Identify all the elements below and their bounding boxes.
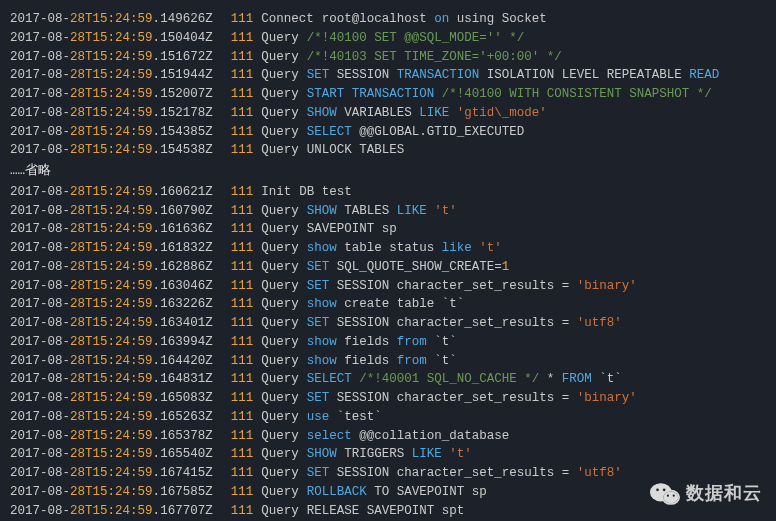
timestamp: 2017-08-28T15:24:59.165083Z xyxy=(10,389,231,408)
log-line: 2017-08-28T15:24:59.163994Z 111Queryshow… xyxy=(10,333,766,352)
query-text: SHOW TABLES LIKE 't' xyxy=(307,202,457,221)
timestamp: 2017-08-28T15:24:59.167415Z xyxy=(10,464,231,483)
command-type: Query xyxy=(261,445,299,464)
command-type: Query xyxy=(261,408,299,427)
log-line: 2017-08-28T15:24:59.165083Z 111QuerySET … xyxy=(10,389,766,408)
query-text: show table status like 't' xyxy=(307,239,502,258)
log-line: 2017-08-28T15:24:59.161636Z 111QuerySAVE… xyxy=(10,220,766,239)
thread-id: 111 xyxy=(231,220,254,239)
thread-id: 111 xyxy=(231,10,254,29)
query-text: SET SESSION TRANSACTION ISOLATION LEVEL … xyxy=(307,66,720,85)
query-text: show fields from `t` xyxy=(307,352,457,371)
thread-id: 111 xyxy=(231,333,254,352)
query-text: START TRANSACTION /*!40100 WITH CONSISTE… xyxy=(307,85,712,104)
timestamp: 2017-08-28T15:24:59.160621Z xyxy=(10,183,231,202)
thread-id: 111 xyxy=(231,104,254,123)
query-text: SET SQL_QUOTE_SHOW_CREATE=1 xyxy=(307,258,510,277)
query-text: root@localhost on using Socket xyxy=(322,10,547,29)
timestamp: 2017-08-28T15:24:59.164831Z xyxy=(10,370,231,389)
timestamp: 2017-08-28T15:24:59.161636Z xyxy=(10,220,231,239)
query-text: SET SESSION character_set_results = 'utf… xyxy=(307,464,622,483)
thread-id: 111 xyxy=(231,295,254,314)
timestamp: 2017-08-28T15:24:59.162886Z xyxy=(10,258,231,277)
query-text: use `test` xyxy=(307,408,382,427)
thread-id: 111 xyxy=(231,239,254,258)
timestamp: 2017-08-28T15:24:59.154385Z xyxy=(10,123,231,142)
command-type: Query xyxy=(261,258,299,277)
command-type: Query xyxy=(261,85,299,104)
log-line: 2017-08-28T15:24:59.163226Z 111Queryshow… xyxy=(10,295,766,314)
query-text: SET SESSION character_set_results = 'utf… xyxy=(307,314,622,333)
thread-id: 111 xyxy=(231,408,254,427)
thread-id: 111 xyxy=(231,277,254,296)
timestamp: 2017-08-28T15:24:59.150404Z xyxy=(10,29,231,48)
svg-point-4 xyxy=(656,488,659,491)
log-line: 2017-08-28T15:24:59.160790Z 111QuerySHOW… xyxy=(10,202,766,221)
svg-point-3 xyxy=(663,491,678,503)
timestamp: 2017-08-28T15:24:59.152007Z xyxy=(10,85,231,104)
log-line: 2017-08-28T15:24:59.154538Z 111QueryUNLO… xyxy=(10,141,766,160)
thread-id: 111 xyxy=(231,202,254,221)
log-line: 2017-08-28T15:24:59.152007Z 111QuerySTAR… xyxy=(10,85,766,104)
query-text: SHOW TRIGGERS LIKE 't' xyxy=(307,445,472,464)
timestamp: 2017-08-28T15:24:59.152178Z xyxy=(10,104,231,123)
command-type: Query xyxy=(261,427,299,446)
thread-id: 111 xyxy=(231,66,254,85)
timestamp: 2017-08-28T15:24:59.163994Z xyxy=(10,333,231,352)
thread-id: 111 xyxy=(231,389,254,408)
command-type: Query xyxy=(261,66,299,85)
timestamp: 2017-08-28T15:24:59.163046Z xyxy=(10,277,231,296)
timestamp: 2017-08-28T15:24:59.167707Z xyxy=(10,502,231,521)
log-line: 2017-08-28T15:24:59.160621Z 111InitDB te… xyxy=(10,183,766,202)
query-text: UNLOCK TABLES xyxy=(307,141,405,160)
thread-id: 111 xyxy=(231,502,254,521)
log-line: 2017-08-28T15:24:59.164831Z 111QuerySELE… xyxy=(10,370,766,389)
timestamp: 2017-08-28T15:24:59.149626Z xyxy=(10,10,231,29)
timestamp: 2017-08-28T15:24:59.165263Z xyxy=(10,408,231,427)
command-type: Query xyxy=(261,202,299,221)
command-type: Query xyxy=(261,295,299,314)
svg-point-5 xyxy=(663,488,666,491)
command-type: Query xyxy=(261,352,299,371)
command-type: Query xyxy=(261,220,299,239)
thread-id: 111 xyxy=(231,314,254,333)
log-line: 2017-08-28T15:24:59.163401Z 111QuerySET … xyxy=(10,314,766,333)
timestamp: 2017-08-28T15:24:59.163401Z xyxy=(10,314,231,333)
command-type: Query xyxy=(261,123,299,142)
thread-id: 111 xyxy=(231,483,254,502)
svg-point-7 xyxy=(673,494,675,496)
thread-id: 111 xyxy=(231,48,254,67)
svg-point-6 xyxy=(667,494,669,496)
thread-id: 111 xyxy=(231,427,254,446)
command-type: Query xyxy=(261,239,299,258)
log-line: 2017-08-28T15:24:59.163046Z 111QuerySET … xyxy=(10,277,766,296)
timestamp: 2017-08-28T15:24:59.151672Z xyxy=(10,48,231,67)
query-text: SET SESSION character_set_results = 'bin… xyxy=(307,389,637,408)
log-line: 2017-08-28T15:24:59.165540Z 111QuerySHOW… xyxy=(10,445,766,464)
thread-id: 111 xyxy=(231,464,254,483)
thread-id: 111 xyxy=(231,123,254,142)
log-line: 2017-08-28T15:24:59.164420Z 111Queryshow… xyxy=(10,352,766,371)
command-type: Query xyxy=(261,29,299,48)
query-text: SELECT @@GLOBAL.GTID_EXECUTED xyxy=(307,123,525,142)
query-text: /*!40103 SET TIME_ZONE='+00:00' */ xyxy=(307,48,562,67)
command-type: Query xyxy=(261,333,299,352)
query-text: RELEASE SAVEPOINT spt xyxy=(307,502,465,521)
log-lines: 2017-08-28T15:24:59.149626Z 111Connectro… xyxy=(10,10,766,520)
query-text: show create table `t` xyxy=(307,295,465,314)
timestamp: 2017-08-28T15:24:59.165378Z xyxy=(10,427,231,446)
command-type: Query xyxy=(261,483,299,502)
command-type: Query xyxy=(261,314,299,333)
command-type: Query xyxy=(261,502,299,521)
query-text: SET SESSION character_set_results = 'bin… xyxy=(307,277,637,296)
log-line: 2017-08-28T15:24:59.154385Z 111QuerySELE… xyxy=(10,123,766,142)
thread-id: 111 xyxy=(231,29,254,48)
query-text: ROLLBACK TO SAVEPOINT sp xyxy=(307,483,487,502)
log-line: 2017-08-28T15:24:59.152178Z 111QuerySHOW… xyxy=(10,104,766,123)
log-line: 2017-08-28T15:24:59.151672Z 111Query/*!4… xyxy=(10,48,766,67)
command-type: Query xyxy=(261,277,299,296)
thread-id: 111 xyxy=(231,183,254,202)
query-text: /*!40100 SET @@SQL_MODE='' */ xyxy=(307,29,525,48)
log-line: 2017-08-28T15:24:59.165378Z 111Querysele… xyxy=(10,427,766,446)
log-line: 2017-08-28T15:24:59.161832Z 111Queryshow… xyxy=(10,239,766,258)
